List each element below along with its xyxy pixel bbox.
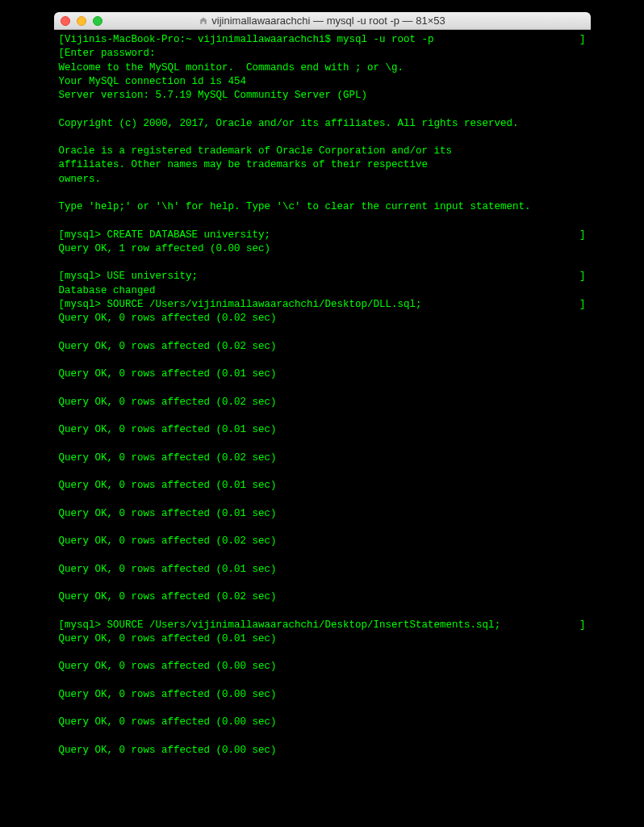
blank-line [59,437,586,451]
blank-line [59,131,586,145]
blank-line [59,577,586,590]
query-result-line: Query OK, 0 rows affected (0.01 sec) [59,563,586,577]
enter-password-line: [Enter password: [59,47,586,61]
trademark-line-3: owners. [59,173,586,187]
blank-line [59,187,586,200]
query-result-line: Query OK, 0 rows affected (0.02 sec) [59,396,586,409]
query-result-line: Query OK, 0 rows affected (0.00 sec) [59,660,586,674]
window-title: vijinimallawaarachchi — mysql -u root -p… [54,15,591,27]
mysql-create-db-line: [mysql> CREATE DATABASE university;] [59,229,586,242]
query-result-line: Query OK, 0 rows affected (0.01 sec) [59,423,586,437]
blank-line [59,604,586,618]
blank-line [59,325,586,339]
close-icon[interactable] [61,16,70,26]
blank-line [59,521,586,535]
conn-id-line: Your MySQL connection id is 454 [59,75,586,89]
blank-line [59,381,586,395]
use-db-result: Database changed [59,284,586,298]
blank-line [59,758,586,771]
create-db-result: Query OK, 1 row affected (0.00 sec) [59,242,586,256]
query-result-line: Query OK, 0 rows affected (0.02 sec) [59,451,586,465]
help-line: Type 'help;' or '\h' for help. Type '\c'… [59,200,586,214]
blank-line [59,256,586,270]
blank-line [59,730,586,744]
title-text: vijinimallawaarachchi — mysql -u root -p… [211,15,445,27]
query-result-line: Query OK, 0 rows affected (0.00 sec) [59,688,586,702]
blank-line [59,674,586,688]
query-result-line: Query OK, 0 rows affected (0.02 sec) [59,312,586,325]
mysql-source1-line: [mysql> SOURCE /Users/vijinimallawaarach… [59,298,586,312]
query-result-line: Query OK, 0 rows affected (0.01 sec) [59,632,586,646]
version-line: Server version: 5.7.19 MySQL Community S… [59,89,586,103]
copyright-line: Copyright (c) 2000, 2017, Oracle and/or … [59,117,586,131]
query-result-line: Query OK, 0 rows affected (0.01 sec) [59,507,586,521]
query-result-line: Query OK, 0 rows affected (0.02 sec) [59,535,586,548]
query-result-line: Query OK, 0 rows affected (0.02 sec) [59,340,586,354]
query-result-line: Query OK, 0 rows affected (0.00 sec) [59,744,586,758]
blank-line [59,646,586,660]
welcome-line: Welcome to the MySQL monitor. Commands e… [59,61,586,75]
blank-line [59,354,586,367]
titlebar: vijinimallawaarachchi — mysql -u root -p… [54,12,591,30]
blank-line [59,465,586,479]
home-icon [199,16,208,26]
blank-line [59,702,586,716]
shell-prompt-line: [Vijinis-MacBook-Pro:~ vijinimallawaarac… [59,33,586,47]
query-result-line: Query OK, 0 rows affected (0.00 sec) [59,716,586,729]
blank-line [59,493,586,506]
query-result-line: Query OK, 0 rows affected (0.01 sec) [59,479,586,493]
source1-results: Query OK, 0 rows affected (0.02 sec)Quer… [59,312,586,619]
blank-line [59,548,586,562]
blank-line [59,103,586,116]
maximize-icon[interactable] [93,16,102,26]
trademark-line-2: affiliates. Other names may be trademark… [59,158,586,172]
terminal-body[interactable]: [Vijinis-MacBook-Pro:~ vijinimallawaarac… [54,30,591,781]
minimize-icon[interactable] [77,16,86,26]
traffic-lights [61,16,102,26]
mysql-source2-line: [mysql> SOURCE /Users/vijinimallawaarach… [59,619,586,632]
trademark-line-1: Oracle is a registered trademark of Orac… [59,145,586,158]
blank-line [59,409,586,423]
terminal-window: vijinimallawaarachchi — mysql -u root -p… [54,12,591,781]
source2-results: Query OK, 0 rows affected (0.01 sec)Quer… [59,632,586,772]
blank-line [59,214,586,228]
mysql-use-db-line: [mysql> USE university;] [59,270,586,283]
query-result-line: Query OK, 0 rows affected (0.01 sec) [59,367,586,381]
query-result-line: Query OK, 0 rows affected (0.02 sec) [59,590,586,604]
